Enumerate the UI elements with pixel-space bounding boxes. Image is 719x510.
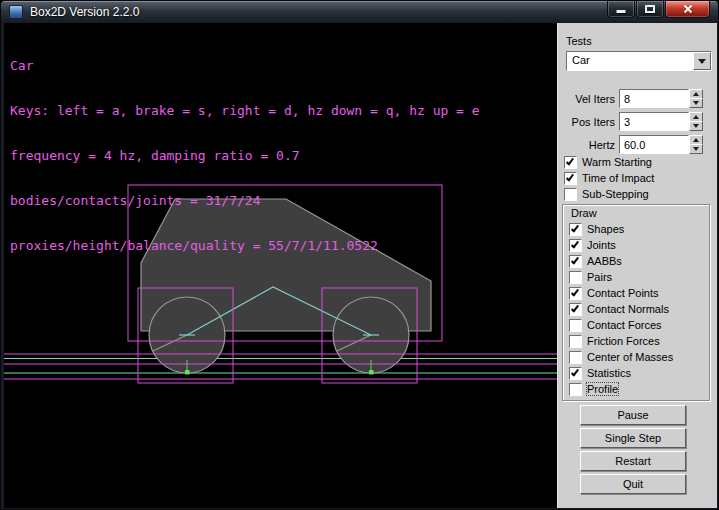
hertz-row: Hertz bbox=[558, 135, 718, 155]
hud-line-bodies: bodies/contacts/joints = 31/7/24 bbox=[10, 193, 480, 208]
checkbox-box[interactable] bbox=[569, 255, 582, 268]
checkbox-warm-starting[interactable]: Warm Starting bbox=[564, 155, 652, 169]
arrow-up-icon bbox=[693, 138, 699, 142]
minimize-icon bbox=[617, 10, 626, 13]
draw-group-title: Draw bbox=[571, 207, 597, 219]
close-icon bbox=[682, 3, 694, 15]
hud-line-keys: Keys: left = a, brake = s, right = d, hz… bbox=[10, 103, 480, 118]
tests-label: Tests bbox=[566, 35, 592, 47]
check-icon bbox=[571, 223, 579, 232]
vel-iters-row: Vel Iters bbox=[558, 89, 718, 109]
app-icon bbox=[9, 5, 23, 19]
checkbox-box[interactable] bbox=[564, 172, 577, 185]
arrow-down-icon bbox=[693, 124, 699, 128]
checkbox-box[interactable] bbox=[569, 239, 582, 252]
dropdown-arrow-button[interactable] bbox=[693, 52, 711, 70]
checkbox-statistics[interactable]: Statistics bbox=[569, 366, 631, 380]
checkbox-shapes[interactable]: Shapes bbox=[569, 222, 624, 236]
chevron-down-icon bbox=[698, 59, 706, 64]
vel-iters-input[interactable] bbox=[619, 89, 689, 108]
maximize-icon bbox=[645, 5, 655, 13]
checkbox-time-of-impact[interactable]: Time of Impact bbox=[564, 171, 654, 185]
tests-dropdown[interactable]: Car bbox=[566, 51, 712, 71]
arrow-down-icon bbox=[693, 101, 699, 105]
minimize-button[interactable] bbox=[607, 1, 635, 18]
draw-group: Draw Shapes Joints AABBs Pairs bbox=[562, 204, 710, 401]
checkbox-box[interactable] bbox=[569, 271, 582, 284]
check-icon bbox=[571, 303, 579, 312]
check-icon bbox=[571, 367, 579, 376]
hud-line-proxies: proxies/height/balance/quality = 55/7/1/… bbox=[10, 238, 480, 253]
pos-iters-row: Pos Iters bbox=[558, 112, 718, 132]
maximize-button[interactable] bbox=[636, 1, 664, 18]
checkbox-box[interactable] bbox=[564, 188, 577, 201]
checkbox-contact-normals[interactable]: Contact Normals bbox=[569, 302, 669, 316]
hud-line-title: Car bbox=[10, 58, 480, 73]
app-window: Box2D Version 2.2.0 bbox=[0, 0, 719, 510]
checkbox-aabbs[interactable]: AABBs bbox=[569, 254, 622, 268]
checkbox-box[interactable] bbox=[569, 287, 582, 300]
single-step-button[interactable]: Single Step bbox=[580, 428, 686, 448]
checkbox-box[interactable] bbox=[569, 351, 582, 364]
restart-button[interactable]: Restart bbox=[580, 451, 686, 471]
checkbox-pairs[interactable]: Pairs bbox=[569, 270, 612, 284]
checkbox-box[interactable] bbox=[564, 156, 577, 169]
arrow-up-icon bbox=[693, 92, 699, 96]
spinner-down-button[interactable] bbox=[689, 98, 703, 108]
checkbox-profile[interactable]: Profile bbox=[569, 382, 618, 396]
hud-line-frequency: frequency = 4 hz, damping ratio = 0.7 bbox=[10, 148, 480, 163]
hertz-spinner bbox=[689, 135, 703, 154]
spinner-down-button[interactable] bbox=[689, 144, 703, 154]
checkbox-box[interactable] bbox=[569, 223, 582, 236]
check-icon bbox=[571, 287, 579, 296]
checkbox-box[interactable] bbox=[569, 319, 582, 332]
pos-iters-spinner bbox=[689, 112, 703, 131]
checkbox-contact-points[interactable]: Contact Points bbox=[569, 286, 659, 300]
checkbox-box[interactable] bbox=[569, 367, 582, 380]
checkbox-box[interactable] bbox=[569, 303, 582, 316]
vel-iters-label: Vel Iters bbox=[558, 93, 615, 105]
window-content: Car Keys: left = a, brake = s, right = d… bbox=[4, 23, 717, 508]
quit-button[interactable]: Quit bbox=[580, 474, 686, 494]
pos-iters-input[interactable] bbox=[619, 112, 689, 131]
check-icon bbox=[571, 255, 579, 264]
checkbox-contact-forces[interactable]: Contact Forces bbox=[569, 318, 662, 332]
hertz-input[interactable] bbox=[619, 135, 689, 154]
spinner-down-button[interactable] bbox=[689, 121, 703, 131]
checkbox-box[interactable] bbox=[569, 335, 582, 348]
control-panel: Tests Car Vel Iters Pos Iters bbox=[557, 23, 717, 508]
ground-lines bbox=[4, 359, 557, 374]
check-icon bbox=[566, 156, 574, 165]
checkbox-sub-stepping[interactable]: Sub-Stepping bbox=[564, 187, 649, 201]
checkbox-center-of-masses[interactable]: Center of Masses bbox=[569, 350, 673, 364]
check-icon bbox=[571, 239, 579, 248]
vel-iters-spinner bbox=[689, 89, 703, 108]
check-icon bbox=[566, 172, 574, 181]
window-title: Box2D Version 2.2.0 bbox=[30, 5, 139, 19]
window-controls bbox=[606, 1, 710, 18]
checkbox-friction-forces[interactable]: Friction Forces bbox=[569, 334, 660, 348]
titlebar[interactable]: Box2D Version 2.2.0 bbox=[1, 1, 718, 23]
close-button[interactable] bbox=[665, 1, 710, 18]
hertz-label: Hertz bbox=[558, 139, 615, 151]
simulation-canvas[interactable]: Car Keys: left = a, brake = s, right = d… bbox=[4, 23, 557, 508]
arrow-up-icon bbox=[693, 115, 699, 119]
pause-button[interactable]: Pause bbox=[580, 405, 686, 425]
tests-dropdown-value: Car bbox=[572, 54, 590, 66]
checkbox-box[interactable] bbox=[569, 383, 582, 396]
pos-iters-label: Pos Iters bbox=[558, 116, 615, 128]
arrow-down-icon bbox=[693, 147, 699, 151]
debug-text: Car Keys: left = a, brake = s, right = d… bbox=[10, 28, 480, 283]
checkbox-joints[interactable]: Joints bbox=[569, 238, 616, 252]
